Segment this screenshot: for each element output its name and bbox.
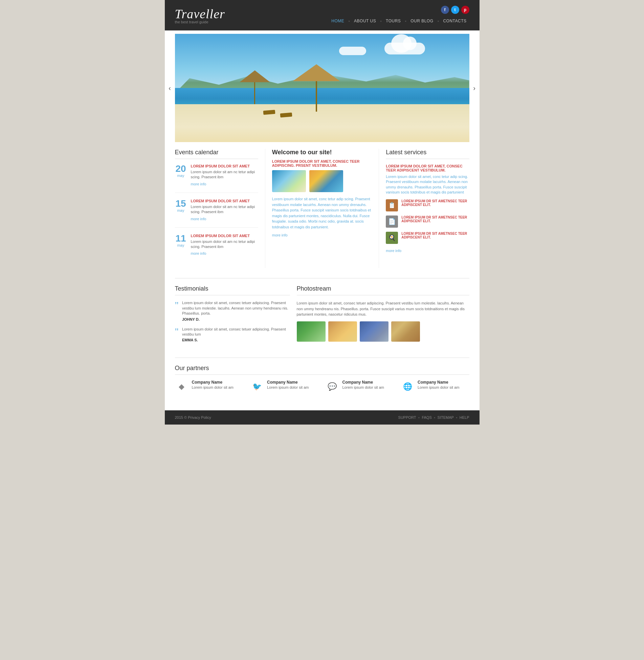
welcome-subtitle: LOREM IPSUM DOLOR SIT AMET, CONSEC TEER … [272, 159, 372, 167]
nav-item-tours[interactable]: TOURS [383, 17, 403, 25]
slider-container: ‹ [175, 34, 469, 142]
social-icons: f t p [441, 6, 469, 14]
photo-thumb-4[interactable] [391, 321, 420, 342]
welcome-column: Welcome to our site! LOREM IPSUM DOLOR S… [265, 149, 379, 268]
quote-icon-1: " [175, 300, 179, 321]
footer-link-sitemap[interactable]: SITEMAP [438, 415, 454, 419]
footer-links: SUPPORT ● FAQS ● SITEMAP ● HELP [398, 415, 469, 419]
service-item: 📋 LOREM IPSUM DR SIT AMETNSEC TEER ADIPI… [386, 199, 469, 211]
nav-item-blog[interactable]: OUR BLOG [408, 17, 436, 25]
photo-thumb-2[interactable] [328, 321, 357, 342]
quote-icon-2: " [175, 327, 179, 342]
twitter-icon[interactable]: t [451, 6, 459, 14]
partner-item-4: 🌐 Company Name Lorem ipsum dolor sit am [401, 380, 469, 393]
slider-prev-button[interactable]: ‹ [165, 79, 175, 96]
nav-item-about[interactable]: ABOUT US [351, 17, 379, 25]
logo-tagline: the best travel guide [175, 20, 225, 24]
welcome-more-info[interactable]: more info [272, 233, 288, 237]
partner-icon-1: ◆ [175, 380, 188, 393]
facebook-icon[interactable]: f [441, 6, 449, 14]
events-column: Events calendar 20 may LOREM IPSUM DOLOR… [175, 149, 258, 268]
logo-text[interactable]: Traveller [175, 6, 225, 21]
welcome-body: Lorem ipsum dolor sit amet, conc tetur a… [272, 196, 372, 230]
services-title: Latest services [386, 149, 469, 159]
header: Traveller the best travel guide f t p HO… [165, 0, 480, 30]
testimonial-item: " Lorem ipsum dolor sit amet, consec tet… [175, 327, 290, 342]
partner-icon-3: 💬 [326, 380, 339, 393]
event-more-info-1[interactable]: more info [191, 182, 206, 186]
partner-item-3: 💬 Company Name Lorem ipsum dolor sit am [326, 380, 394, 393]
pinterest-icon[interactable]: p [461, 6, 469, 14]
event-date-1: 20 may [175, 164, 187, 186]
photo-thumb-3[interactable] [360, 321, 388, 342]
partners-row: ◆ Company Name Lorem ipsum dolor sit am … [175, 380, 469, 393]
photo-thumb-1[interactable] [297, 321, 326, 342]
welcome-image-2 [309, 170, 343, 192]
event-date-3: 11 may [175, 234, 187, 256]
event-item: 11 may LOREM IPSUM DOLOR SIT AMET Lorem … [175, 234, 258, 262]
partner-item-2: 🐦 Company Name Lorem ipsum dolor sit am [250, 380, 319, 393]
partners-title: Our partners [175, 365, 469, 375]
nav-item-contacts[interactable]: CONTACTS [440, 17, 469, 25]
event-item: 20 may LOREM IPSUM DOLOR SIT AMET Lorem … [175, 164, 258, 193]
footer: 2015 © Privacy Policy SUPPORT ● FAQS ● S… [165, 410, 480, 425]
testimonials-title: Testimonials [175, 285, 290, 295]
partner-icon-2: 🐦 [250, 380, 264, 393]
logo-area: Traveller the best travel guide [175, 6, 225, 24]
welcome-images [272, 170, 372, 192]
partner-icon-4: 🌐 [401, 380, 414, 393]
welcome-image-1 [272, 170, 306, 192]
two-col-section: Testimonials " Lorem ipsum dolor sit ame… [175, 285, 469, 347]
event-more-info-2[interactable]: more info [191, 217, 206, 221]
main-nav: HOME ● ABOUT US ● TOURS ● OUR BLOG ● CON… [329, 17, 469, 25]
services-column: Latest services LOREM IPSUM DOLOR SIT AM… [386, 149, 469, 268]
three-col-section: Events calendar 20 may LOREM IPSUM DOLOR… [175, 149, 469, 268]
nav-item-home[interactable]: HOME [329, 17, 347, 25]
events-title: Events calendar [175, 149, 258, 159]
photo-grid [297, 321, 469, 342]
photostream-desc: Lorem ipsum dolor sit amet, consec tetue… [297, 300, 469, 317]
slider-next-button[interactable]: › [469, 79, 480, 96]
service-item: 🍳 LOREM IPSUM DR SIT AMETNSEC TEER ADIPI… [386, 232, 469, 244]
event-item: 15 may LOREM IPSUM DOLOR SIT AMET Lorem … [175, 199, 258, 228]
service-item: 📄 LOREM IPSUM DR SIT AMETNSEC TEER ADIPI… [386, 215, 469, 228]
footer-copyright: 2015 © Privacy Policy [175, 415, 211, 419]
header-right: f t p HOME ● ABOUT US ● TOURS ● OUR BLOG… [329, 6, 469, 25]
partners-section: Our partners ◆ Company Name Lorem ipsum … [175, 365, 469, 393]
service-icon-3: 🍳 [386, 232, 398, 244]
event-date-2: 15 may [175, 199, 187, 221]
welcome-title: Welcome to our site! [272, 149, 372, 156]
testimonial-item: " Lorem ipsum dolor sit amet, consec tet… [175, 300, 290, 321]
slider-image [175, 34, 469, 142]
photostream-column: Photostream Lorem ipsum dolor sit amet, … [297, 285, 469, 347]
services-more-info[interactable]: more info [386, 249, 401, 253]
footer-link-help[interactable]: HELP [460, 415, 469, 419]
footer-link-faqs[interactable]: FAQS [422, 415, 431, 419]
footer-link-support[interactable]: SUPPORT [398, 415, 416, 419]
partner-item-1: ◆ Company Name Lorem ipsum dolor sit am [175, 380, 244, 393]
event-more-info-3[interactable]: more info [191, 251, 206, 255]
services-body: Lorem ipsum dolor sit amet, conc tetur a… [386, 174, 469, 195]
service-icon-1: 📋 [386, 199, 398, 211]
service-icon-2: 📄 [386, 215, 398, 228]
photostream-title: Photostream [297, 285, 469, 295]
testimonials-column: Testimonials " Lorem ipsum dolor sit ame… [175, 285, 290, 347]
services-subtitle: LOREM IPSUM DOLOR SIT AMET, CONSEC TEER … [386, 164, 469, 172]
